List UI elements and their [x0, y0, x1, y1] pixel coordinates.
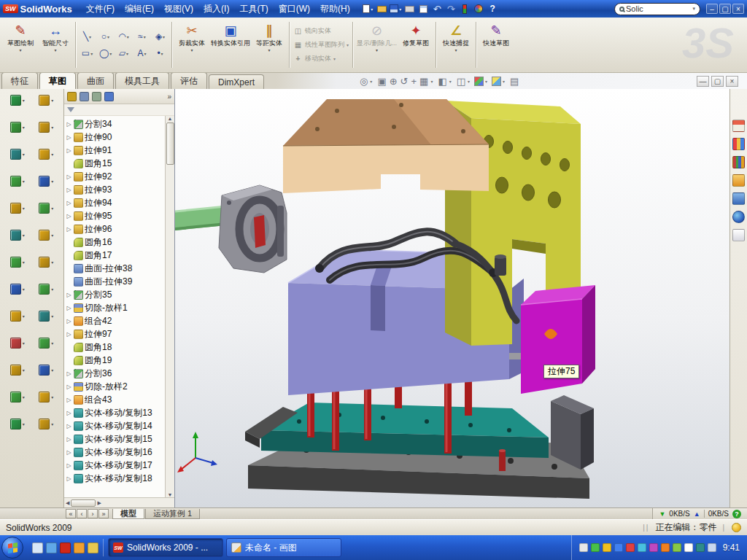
start-button[interactable] — [1, 537, 23, 559]
left-tool-3[interactable]: ▾ — [3, 122, 32, 133]
left-tool-7[interactable]: ▾ — [3, 176, 32, 187]
tree-horizontal-scrollbar[interactable]: ◀ ▶ — [64, 497, 174, 508]
left-tool-18[interactable]: ▾ — [32, 311, 61, 322]
tree-item[interactable]: ▷实体-移动/复制13 — [66, 406, 164, 419]
tree-item[interactable]: ▷切除-放样2 — [66, 380, 164, 393]
print-preview-icon[interactable] — [417, 2, 430, 16]
left-tool-1[interactable]: ▾ — [3, 95, 32, 106]
rectangle-sketch-button[interactable]: ▭▾ — [78, 48, 96, 58]
tray-icon-1[interactable] — [579, 543, 588, 552]
appearances-icon[interactable] — [732, 211, 745, 223]
repair-sketch-button[interactable]: 修复草图 — [398, 19, 433, 71]
point-sketch-button[interactable]: •▾ — [151, 48, 169, 58]
left-tool-2[interactable]: ▾ — [32, 95, 61, 106]
left-tool-4[interactable]: ▾ — [32, 122, 61, 133]
rotate-view-icon[interactable]: ↺ — [400, 76, 409, 87]
internet-explorer-icon[interactable] — [46, 542, 57, 553]
save-icon[interactable]: ▾ — [389, 2, 403, 16]
move-entities-button[interactable]: 移动实体▾ — [292, 52, 350, 65]
dimxpert-manager-tab-icon[interactable] — [104, 92, 114, 101]
open-document-icon[interactable] — [375, 2, 389, 16]
model-gray-clamp[interactable] — [219, 185, 287, 273]
pan-icon[interactable]: + — [411, 76, 417, 87]
menu-item-5[interactable]: 工具(T) — [234, 1, 273, 18]
feature-manager-tab-icon[interactable] — [67, 92, 77, 101]
search-box[interactable]: Solic ▾ — [614, 3, 700, 15]
help-icon[interactable] — [486, 2, 500, 16]
tree-item[interactable]: 曲面-拉伸38 — [66, 262, 164, 275]
tree-item[interactable]: 圆角16 — [66, 236, 164, 249]
first-tab-button[interactable]: « — [66, 509, 76, 518]
tab-sketch[interactable]: 草图 — [39, 72, 76, 89]
tray-icon-3[interactable] — [603, 543, 611, 552]
left-tool-19[interactable]: ▾ — [3, 338, 32, 349]
tree-vertical-scrollbar[interactable]: ▲ ▼ — [165, 116, 174, 497]
apply-scene-icon[interactable] — [492, 77, 501, 86]
left-tool-5[interactable]: ▾ — [3, 149, 32, 160]
left-tool-17[interactable]: ▾ — [3, 311, 32, 322]
expand-arrow-icon[interactable]: ▷ — [66, 397, 72, 403]
expand-arrow-icon[interactable]: ▷ — [66, 200, 72, 206]
display-delete-relations-button[interactable]: 显示/删除几...▾ — [355, 19, 398, 71]
expand-arrow-icon[interactable]: ▷ — [66, 147, 72, 154]
arc-sketch-button[interactable]: ◠▾ — [115, 31, 133, 42]
left-tool-23[interactable]: ▾ — [3, 392, 32, 402]
property-manager-tab-icon[interactable] — [80, 92, 89, 101]
undo-icon[interactable] — [430, 2, 444, 16]
solidworks-resources-icon[interactable] — [732, 138, 745, 150]
menu-item-7[interactable]: 帮助(H) — [315, 1, 355, 18]
expand-arrow-icon[interactable]: ▷ — [66, 410, 72, 416]
expand-arrow-icon[interactable]: ▷ — [66, 174, 72, 180]
left-tool-6[interactable]: ▾ — [32, 149, 61, 160]
ellipse-sketch-button[interactable]: ◯▾ — [96, 48, 115, 58]
standard-views-icon[interactable]: ▦ — [419, 76, 428, 87]
print-icon[interactable] — [403, 2, 417, 16]
expand-arrow-icon[interactable]: ▷ — [66, 121, 72, 128]
section-view-icon[interactable]: ◫ — [457, 76, 465, 87]
tree-item[interactable]: ▷分割34 — [66, 117, 164, 131]
left-tool-11[interactable]: ▾ — [3, 230, 32, 241]
line-sketch-button[interactable]: ╲▾ — [78, 31, 96, 42]
sketch-button[interactable]: 草图绘制▾ — [3, 19, 38, 71]
overflow-chevron-icon[interactable]: » — [167, 93, 171, 101]
left-tool-9[interactable]: ▾ — [3, 203, 32, 214]
rebuild-icon[interactable] — [458, 2, 472, 16]
menu-item-3[interactable]: 视图(V) — [159, 1, 198, 18]
redo-icon[interactable] — [444, 2, 458, 16]
expand-arrow-icon[interactable]: ▷ — [66, 370, 72, 377]
tree-item[interactable]: ▷实体-移动/复制14 — [66, 419, 164, 432]
tray-icon-10[interactable] — [684, 543, 693, 552]
taskbar-window-solidworks[interactable]: SWSolidWorks 2009 - ... — [108, 538, 223, 557]
offset-entities-button[interactable]: 等距实体▾ — [252, 19, 287, 71]
tree-item[interactable]: 圆角17 — [66, 249, 164, 262]
model-tab[interactable]: 模型 — [112, 509, 144, 519]
model-canvas[interactable] — [175, 89, 729, 508]
left-tool-16[interactable]: ▾ — [32, 284, 61, 295]
expand-arrow-icon[interactable]: ▷ — [66, 462, 72, 469]
document-restore-button[interactable]: ▢ — [711, 76, 724, 87]
show-desktop-icon[interactable] — [32, 542, 43, 553]
left-tool-20[interactable]: ▾ — [32, 338, 61, 349]
scroll-up-icon[interactable]: ▲ — [168, 116, 173, 121]
left-tool-25[interactable]: ▾ — [3, 419, 32, 429]
circle-sketch-button[interactable]: ○▾ — [96, 31, 115, 42]
left-tool-13[interactable]: ▾ — [3, 257, 32, 268]
tree-item[interactable]: ▷组合43 — [66, 393, 164, 406]
color-palette-icon[interactable] — [472, 2, 486, 16]
text-sketch-button[interactable]: A▾ — [133, 48, 151, 58]
view-settings-icon[interactable]: ▤ — [510, 76, 519, 87]
tab-surfaces[interactable]: 曲面 — [77, 72, 114, 89]
view-palette-icon[interactable] — [732, 192, 745, 205]
tree-item[interactable]: ▷组合42 — [66, 314, 164, 327]
tree-item[interactable]: ▷实体-移动/复制15 — [66, 432, 164, 446]
tree-item[interactable]: ▷实体-移动/复制16 — [66, 446, 164, 459]
tree-item[interactable]: ▷分割35 — [66, 288, 164, 301]
expand-arrow-icon[interactable]: ▷ — [66, 331, 72, 338]
tree-item[interactable]: 圆角15 — [66, 157, 164, 170]
tray-icon-5[interactable] — [626, 543, 635, 552]
scroll-right-icon[interactable]: ▶ — [97, 500, 101, 506]
tray-icon-9[interactable] — [673, 543, 681, 552]
left-tool-10[interactable]: ▾ — [32, 203, 61, 214]
chevron-down-icon[interactable]: ▾ — [692, 6, 695, 12]
tray-icon-4[interactable] — [614, 543, 623, 552]
